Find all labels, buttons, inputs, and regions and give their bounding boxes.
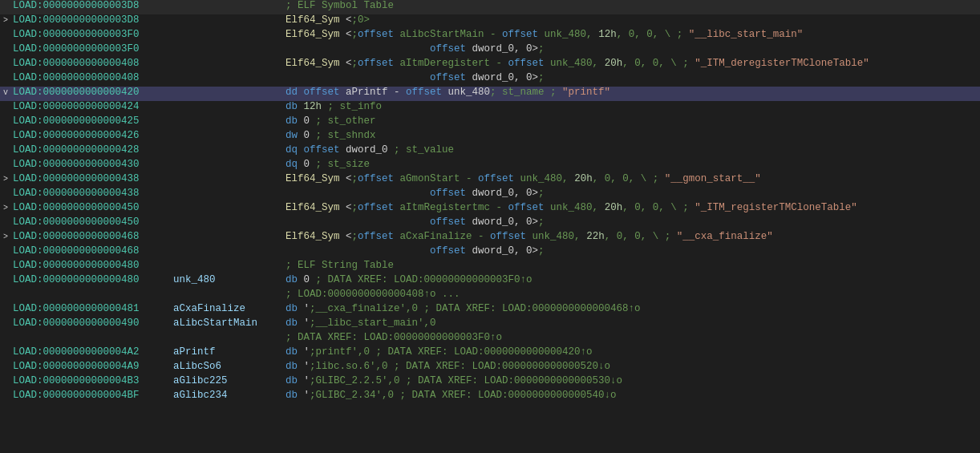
code-line: LOAD:00000000000004A9aLibcSo6db ';libc.s…	[0, 361, 980, 375]
line-label: aGlibc225	[173, 375, 285, 386]
line-arrow: >	[3, 233, 13, 241]
line-instruction: Elf64_Sym <;offset aGmonStart - offset u…	[285, 173, 977, 184]
code-line: LOAD:0000000000000450offset dword_0, 0>;	[0, 216, 980, 231]
code-line: LOAD:0000000000000425db 0 ; st_other	[0, 115, 980, 130]
line-label: aPrintf	[173, 346, 285, 358]
line-arrow: >	[3, 204, 13, 212]
line-address[interactable]: LOAD:0000000000000481	[13, 303, 173, 314]
line-address[interactable]: LOAD:00000000000003D8	[13, 14, 173, 26]
line-label: aLibcSo6	[173, 361, 285, 372]
line-instruction: dd offset aPrintf - offset unk_480; st_n…	[285, 87, 977, 98]
code-line: vLOAD:0000000000000420dd offset aPrintf …	[0, 87, 980, 101]
line-instruction: Elf64_Sym <;offset aItmDeregistert - off…	[285, 58, 977, 69]
line-instruction: Elf64_Sym <;offset aLibcStartMain - offs…	[285, 29, 977, 40]
line-address[interactable]: LOAD:0000000000000450	[13, 202, 173, 213]
line-address[interactable]: LOAD:0000000000000425	[13, 115, 173, 127]
code-line: LOAD:0000000000000408Elf64_Sym <;offset …	[0, 58, 980, 72]
line-address[interactable]: LOAD:0000000000000408	[13, 58, 173, 69]
code-line: >LOAD:0000000000000468Elf64_Sym <;offset…	[0, 231, 980, 245]
code-line: LOAD:00000000000004A2aPrintfdb ';printf'…	[0, 346, 980, 361]
line-address[interactable]: LOAD:0000000000000450	[13, 216, 173, 228]
code-line: LOAD:00000000000004B3aGlibc225db ';GLIBC…	[0, 375, 980, 390]
code-line: LOAD:00000000000003D8; ELF Symbol Table	[0, 0, 980, 14]
line-address[interactable]: LOAD:00000000000004BF	[13, 390, 173, 401]
code-line: LOAD:0000000000000480unk_480db 0 ; DATA …	[0, 274, 980, 289]
code-line: LOAD:0000000000000430dq 0 ; st_size	[0, 159, 980, 173]
line-instruction: Elf64_Sym <;0>	[285, 14, 977, 26]
line-instruction: db ';__libc_start_main',0	[285, 318, 977, 329]
line-address[interactable]: LOAD:0000000000000420	[13, 87, 173, 98]
code-line: LOAD:0000000000000481aCxaFinalizedb ';__…	[0, 303, 980, 318]
line-arrow: >	[3, 175, 13, 184]
line-instruction: db ';printf',0 ; DATA XREF: LOAD:0000000…	[285, 346, 977, 358]
line-arrow: >	[3, 16, 13, 25]
line-address[interactable]: LOAD:0000000000000468	[13, 231, 173, 242]
code-line: LOAD:00000000000004BFaGlibc234db ';GLIBC…	[0, 390, 980, 404]
line-address[interactable]: LOAD:0000000000000408	[13, 72, 173, 83]
line-instruction: db ';GLIBC_2.2.5',0 ; DATA XREF: LOAD:00…	[285, 375, 977, 386]
line-address[interactable]: LOAD:0000000000000438	[13, 173, 173, 184]
code-line: LOAD:0000000000000426dw 0 ; st_shndx	[0, 130, 980, 144]
code-line: >LOAD:0000000000000450Elf64_Sym <;offset…	[0, 202, 980, 216]
line-address[interactable]: LOAD:0000000000000430	[13, 159, 173, 170]
line-address[interactable]: LOAD:0000000000000480	[13, 260, 173, 271]
code-view: LOAD:00000000000003D8; ELF Symbol Table>…	[0, 0, 980, 404]
line-address[interactable]: LOAD:0000000000000480	[13, 274, 173, 285]
line-address[interactable]: LOAD:00000000000004A2	[13, 346, 173, 358]
code-line: LOAD:0000000000000408offset dword_0, 0>;	[0, 72, 980, 87]
line-instruction: dq 0 ; st_size	[285, 159, 977, 170]
line-address[interactable]: LOAD:0000000000000426	[13, 130, 173, 141]
code-line: LOAD:00000000000003F0offset dword_0, 0>;	[0, 43, 980, 58]
line-address[interactable]: LOAD:0000000000000424	[13, 101, 173, 112]
code-line: >LOAD:00000000000003D8Elf64_Sym <;0>	[0, 14, 980, 29]
line-instruction: dw 0 ; st_shndx	[285, 130, 977, 141]
line-label: aCxaFinalize	[173, 303, 285, 314]
code-line: LOAD:0000000000000438offset dword_0, 0>;	[0, 188, 980, 202]
line-instruction: Elf64_Sym <;offset aCxaFinalize - offset…	[285, 231, 977, 242]
line-instruction: offset dword_0, 0>;	[285, 245, 977, 257]
code-line: LOAD:0000000000000480; ELF String Table	[0, 260, 980, 274]
line-instruction: offset dword_0, 0>;	[285, 216, 977, 228]
code-line: LOAD:0000000000000424db 12h ; st_info	[0, 101, 980, 115]
code-line: LOAD:0000000000000428dq offset dword_0 ;…	[0, 144, 980, 159]
line-address[interactable]: LOAD:00000000000003F0	[13, 43, 173, 55]
line-instruction: offset dword_0, 0>;	[285, 188, 977, 199]
code-line: LOAD:0000000000000468offset dword_0, 0>;	[0, 245, 980, 260]
line-label: unk_480	[173, 274, 285, 285]
line-address[interactable]: LOAD:00000000000003F0	[13, 29, 173, 40]
line-instruction: dq offset dword_0 ; st_value	[285, 144, 977, 156]
code-line: LOAD:0000000000000490aLibcStartMaindb ';…	[0, 318, 980, 332]
line-address[interactable]: LOAD:00000000000003D8	[13, 0, 173, 11]
line-address[interactable]: LOAD:00000000000004B3	[13, 375, 173, 386]
line-address[interactable]: LOAD:0000000000000438	[13, 188, 173, 199]
line-instruction: offset dword_0, 0>;	[285, 43, 977, 55]
line-arrow: v	[3, 88, 13, 97]
line-instruction: db 12h ; st_info	[285, 101, 977, 112]
line-instruction: ; ELF Symbol Table	[285, 0, 977, 11]
line-instruction: ; ELF String Table	[285, 260, 977, 271]
line-instruction: db ';GLIBC_2.34',0 ; DATA XREF: LOAD:000…	[285, 390, 977, 401]
line-address[interactable]: LOAD:0000000000000468	[13, 245, 173, 257]
line-instruction: ; LOAD:0000000000000408↑o ...	[285, 289, 977, 300]
line-instruction: offset dword_0, 0>;	[285, 72, 977, 83]
line-instruction: db ';libc.so.6',0 ; DATA XREF: LOAD:0000…	[285, 361, 977, 372]
line-label: aLibcStartMain	[173, 318, 285, 329]
line-instruction: db ';__cxa_finalize',0 ; DATA XREF: LOAD…	[285, 303, 977, 314]
code-line: ; DATA XREF: LOAD:00000000000003F0↑o	[0, 332, 980, 346]
code-line: >LOAD:0000000000000438Elf64_Sym <;offset…	[0, 173, 980, 188]
line-address[interactable]: LOAD:0000000000000490	[13, 318, 173, 329]
line-instruction: db 0 ; DATA XREF: LOAD:00000000000003F0↑…	[285, 274, 977, 285]
code-line: ; LOAD:0000000000000408↑o ...	[0, 289, 980, 303]
line-instruction: Elf64_Sym <;offset aItmRegistertmc - off…	[285, 202, 977, 213]
line-label: aGlibc234	[173, 390, 285, 401]
line-address[interactable]: LOAD:0000000000000428	[13, 144, 173, 156]
code-line: LOAD:00000000000003F0Elf64_Sym <;offset …	[0, 29, 980, 43]
line-address[interactable]: LOAD:00000000000004A9	[13, 361, 173, 372]
line-instruction: db 0 ; st_other	[285, 115, 977, 127]
line-instruction: ; DATA XREF: LOAD:00000000000003F0↑o	[285, 332, 977, 343]
